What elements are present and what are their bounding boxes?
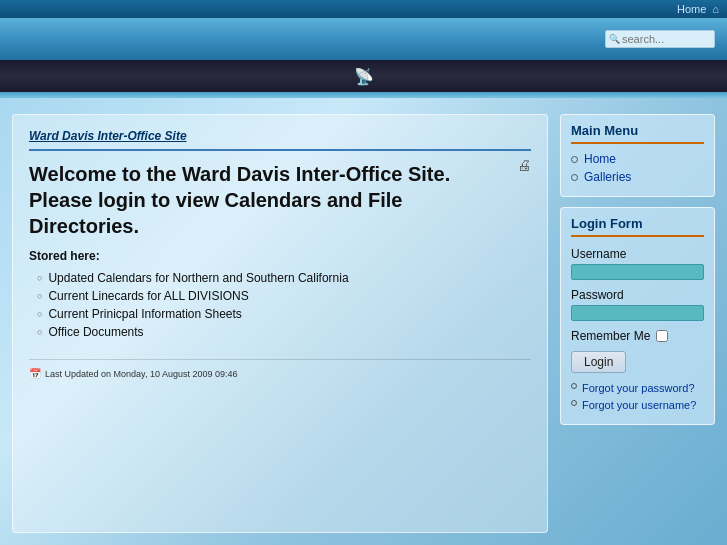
- sidebar-item-galleries[interactable]: Galleries: [571, 170, 704, 184]
- search-wrapper: 🔍: [605, 30, 715, 48]
- search-icon: 🔍: [609, 34, 620, 44]
- list-item-text: Current Linecards for ALL DIVISIONS: [48, 289, 248, 303]
- forgot-links: Forgot your password? Forgot your userna…: [571, 381, 704, 413]
- menu-bullet-icon: [571, 174, 578, 181]
- password-label: Password: [571, 288, 704, 302]
- last-updated: 📅 Last Updated on Monday, 10 August 2009…: [29, 359, 531, 379]
- forgot-bullet-icon: [571, 383, 577, 389]
- home-icon: ⌂: [712, 3, 719, 15]
- calendar-icon: 📅: [29, 368, 41, 379]
- home-link-label: Home: [677, 3, 706, 15]
- list-item: ○ Current Prinicpal Information Sheets: [37, 307, 531, 321]
- list-item-text: Office Documents: [48, 325, 143, 339]
- print-icon[interactable]: 🖨: [517, 157, 531, 173]
- site-title: Ward Davis Inter-Office Site: [29, 129, 531, 143]
- list-item: ○ Updated Calendars for Northern and Sou…: [37, 271, 531, 285]
- username-label: Username: [571, 247, 704, 261]
- forgot-password-link[interactable]: Forgot your password?: [582, 381, 695, 395]
- bullet-list: ○ Updated Calendars for Northern and Sou…: [29, 271, 531, 339]
- divider: [29, 149, 531, 151]
- forgot-username-item: Forgot your username?: [571, 398, 704, 412]
- list-item: ○ Office Documents: [37, 325, 531, 339]
- remember-me-checkbox[interactable]: [656, 330, 668, 342]
- forgot-bullet-icon: [571, 400, 577, 406]
- list-item: ○ Current Linecards for ALL DIVISIONS: [37, 289, 531, 303]
- rss-icon[interactable]: 📡: [354, 67, 374, 86]
- remember-me-row: Remember Me: [571, 329, 704, 343]
- menu-bullet-icon: [571, 156, 578, 163]
- bullet-icon: ○: [37, 291, 42, 301]
- main-menu-box: Main Menu Home Galleries: [560, 114, 715, 197]
- main-area: Ward Davis Inter-Office Site Welcome to …: [0, 98, 727, 545]
- home-link[interactable]: Home: [677, 3, 706, 15]
- stored-here-label: Stored here:: [29, 249, 531, 263]
- sidebar: Main Menu Home Galleries Login Form User…: [560, 114, 715, 533]
- login-form-box: Login Form Username Password Remember Me…: [560, 207, 715, 425]
- galleries-menu-link[interactable]: Galleries: [584, 170, 631, 184]
- list-item-text: Updated Calendars for Northern and South…: [48, 271, 348, 285]
- forgot-password-item: Forgot your password?: [571, 381, 704, 395]
- login-form-title: Login Form: [571, 216, 704, 237]
- nav-bar: 📡: [0, 60, 727, 92]
- content-panel: Ward Davis Inter-Office Site Welcome to …: [12, 114, 548, 533]
- username-input[interactable]: [571, 264, 704, 280]
- top-bar: Home ⌂: [0, 0, 727, 18]
- password-input[interactable]: [571, 305, 704, 321]
- bullet-icon: ○: [37, 309, 42, 319]
- main-menu-title: Main Menu: [571, 123, 704, 144]
- forgot-username-link[interactable]: Forgot your username?: [582, 398, 696, 412]
- search-input[interactable]: [605, 30, 715, 48]
- remember-me-label: Remember Me: [571, 329, 650, 343]
- bullet-icon: ○: [37, 273, 42, 283]
- last-updated-text: Last Updated on Monday, 10 August 2009 0…: [45, 369, 237, 379]
- sidebar-item-home[interactable]: Home: [571, 152, 704, 166]
- search-bar: 🔍: [0, 18, 727, 60]
- home-menu-link[interactable]: Home: [584, 152, 616, 166]
- login-button[interactable]: Login: [571, 351, 626, 373]
- welcome-heading: Welcome to the Ward Davis Inter-Office S…: [29, 161, 509, 239]
- bullet-icon: ○: [37, 327, 42, 337]
- list-item-text: Current Prinicpal Information Sheets: [48, 307, 241, 321]
